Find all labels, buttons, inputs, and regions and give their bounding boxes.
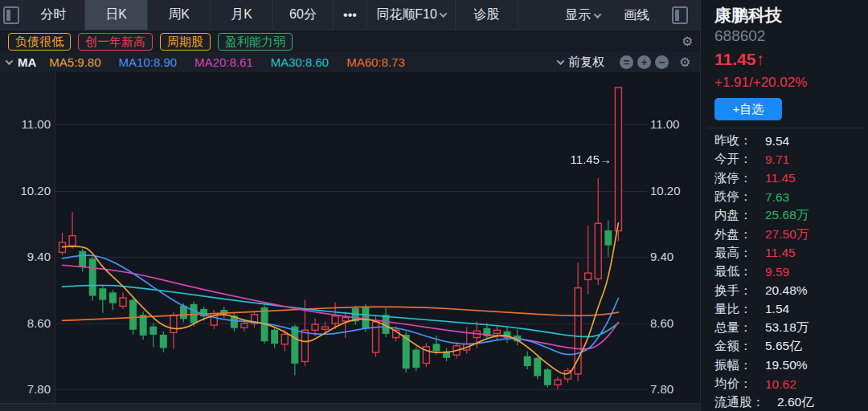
draw-line-button[interactable]: 画线	[624, 0, 649, 31]
chevron-down-icon	[557, 57, 565, 65]
stat-value: 10.62	[765, 377, 796, 392]
tab-60min[interactable]: 60分	[273, 0, 334, 30]
stock-tag-row: 负债很低创一年新高周期股盈利能力弱	[0, 31, 700, 52]
stat-label: 量比：	[714, 301, 752, 318]
gear-icon[interactable]: ⚙	[682, 35, 693, 48]
ma-value-undefined: MA10:8.90	[119, 55, 178, 69]
stat-value: 9.59	[765, 265, 789, 279]
y-axis-tick-label: 8.60	[0, 317, 51, 330]
chevron-down-icon	[594, 10, 602, 18]
tab-ths-f10[interactable]: 同花顺F10	[367, 0, 456, 30]
stat-row: 金额：5.65亿	[714, 337, 867, 356]
stat-label: 今开：	[714, 151, 752, 168]
stat-value: 27.50万	[765, 226, 809, 243]
stat-row: 最低：9.59	[714, 262, 867, 281]
panel-toggle-icon	[3, 6, 19, 24]
divider	[706, 128, 864, 128]
y-axis-tick-label: 7.80	[650, 383, 674, 396]
tab-label: 日K	[105, 6, 127, 23]
restore-zoom-button[interactable]: =	[620, 52, 633, 72]
sidebar-toggle-icon[interactable]	[0, 0, 23, 30]
tab-label: 同花顺F10	[376, 6, 437, 23]
stat-row: 均价：10.62	[714, 375, 867, 393]
tab-more[interactable]: •••	[334, 0, 367, 30]
chevron-down-icon	[439, 10, 447, 18]
right-panel-toggle-icon[interactable]	[672, 0, 688, 31]
ma-value-undefined: MA20:8.61	[194, 55, 253, 69]
y-axis-tick-label: 9.40	[650, 250, 674, 263]
tag-one-year-high[interactable]: 创一年新高	[78, 33, 153, 51]
y-axis-tick-label: 10.20	[650, 185, 681, 197]
stock-name: 康鹏科技	[714, 4, 782, 26]
tab-label: 分时	[41, 6, 67, 23]
stat-label: 总量：	[714, 319, 752, 336]
zoom-out-button[interactable]: −	[655, 52, 669, 72]
stat-value: 53.18万	[765, 319, 809, 336]
stat-label: 最高：	[714, 245, 752, 262]
adjust-mode-label: 前复权	[568, 55, 604, 70]
ma-values: MA5:9.80MA10:8.90MA20:8.61MA30:8.60MA60:…	[49, 55, 422, 69]
y-axis-tick-label: 11.00	[650, 118, 679, 131]
draw-line-label: 画线	[624, 7, 649, 24]
y-axis-tick-label: 10.20	[0, 185, 51, 197]
tab-weekly-k[interactable]: 周K	[148, 0, 211, 30]
y-axis-tick-label: 8.60	[650, 317, 674, 330]
stat-value: 7.63	[765, 190, 789, 205]
adjust-mode-dropdown[interactable]: 前复权	[558, 52, 604, 72]
y-axis-tick-label: 7.80	[0, 383, 51, 396]
stat-value: 25.68万	[765, 207, 809, 224]
tab-monthly-k[interactable]: 月K	[211, 0, 273, 30]
current-price: 11.45↑	[714, 50, 764, 69]
tab-label: 诊股	[474, 6, 500, 23]
period-tabs: 分时日K周K月K60分•••同花顺F10诊股	[23, 0, 518, 30]
tab-label: 60分	[289, 6, 317, 23]
stock-info-panel: 康鹏科技 688602 11.45↑ +1.91/+20.02% +自选 昨收：…	[700, 0, 868, 411]
stock-app-window: 分时日K周K月K60分•••同花顺F10诊股 显示 画线 负债很低创一年新高周期…	[0, 0, 868, 411]
tab-label: 周K	[168, 6, 190, 23]
stat-row: 昨收：9.54	[714, 132, 867, 150]
stat-value: 1.54	[765, 302, 789, 316]
stat-row: 跌停：7.63	[714, 188, 867, 206]
y-axis-tick-label: 11.00	[0, 118, 51, 131]
stat-label: 涨停：	[714, 170, 752, 187]
high-price-annotation: 11.45→	[571, 153, 612, 166]
tag-weak-profitability[interactable]: 盈利能力弱	[218, 33, 293, 51]
stat-label: 昨收：	[714, 132, 752, 149]
stat-value: 5.65亿	[765, 338, 802, 355]
tab-time-sharing[interactable]: 分时	[23, 0, 85, 30]
stat-label: 跌停：	[714, 189, 752, 206]
ma-value-undefined: MA5:9.80	[49, 55, 100, 69]
stat-label: 流通股：	[714, 394, 764, 411]
stat-row: 涨停：11.45	[714, 169, 867, 188]
zoom-out-icon: −	[655, 55, 669, 69]
zoom-in-icon: +	[637, 55, 651, 69]
stats-list: 昨收：9.54今开：9.71涨停：11.45跌停：7.63内盘：25.68万外盘…	[714, 132, 867, 411]
stat-row: 振幅：19.50%	[714, 356, 867, 375]
add-watchlist-button[interactable]: +自选	[714, 98, 782, 120]
stat-row: 外盘：27.50万	[714, 225, 867, 243]
zoom-in-button[interactable]: +	[637, 52, 651, 72]
stat-value: 19.50%	[765, 358, 808, 372]
panel-toggle-icon	[672, 6, 688, 24]
stat-row: 今开：9.71	[714, 150, 867, 169]
tag-cyclical-stock[interactable]: 周期股	[160, 33, 211, 51]
stat-label: 换手：	[714, 283, 752, 299]
candlestick-canvas[interactable]	[55, 72, 647, 403]
stat-row: 最高：11.45	[714, 244, 867, 262]
ma-collapse-chevron-icon[interactable]	[6, 57, 14, 65]
stat-row: 流通股：2.60亿	[714, 393, 867, 411]
candlestick-chart-region: 11.0011.0010.2010.209.409.408.608.607.80…	[0, 72, 700, 403]
restore-zoom-icon: =	[620, 55, 633, 69]
tag-low-debt[interactable]: 负债很低	[8, 33, 71, 51]
stat-label: 内盘：	[714, 207, 752, 224]
display-label: 显示	[565, 7, 591, 24]
tab-diagnose[interactable]: 诊股	[456, 0, 518, 30]
stat-value: 2.60亿	[777, 394, 814, 411]
price-change: +1.91/+20.02%	[714, 75, 807, 91]
display-dropdown[interactable]: 显示	[565, 0, 600, 31]
chart-settings-gear-icon[interactable]: ⚙	[679, 52, 690, 72]
stock-code: 688602	[714, 27, 765, 45]
tab-daily-k[interactable]: 日K	[85, 0, 148, 30]
stat-value: 11.45	[765, 171, 796, 185]
bottom-scroll-strip[interactable]	[0, 403, 700, 411]
